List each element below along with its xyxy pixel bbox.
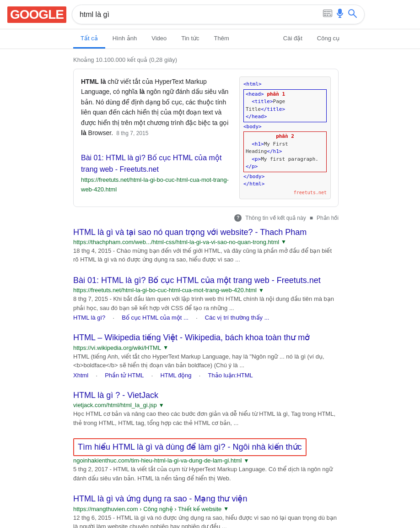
result-url-5: ngoinhakienthuc.com/tim-hieu-html-la-gi-… (73, 457, 242, 464)
mic-icon[interactable] (337, 9, 343, 20)
snippet-date: 8 thg 7, 2015 (115, 130, 148, 136)
svg-rect-11 (329, 13, 330, 14)
search-icons (323, 9, 357, 20)
url-arrow-5: ▼ (243, 457, 249, 464)
tab-video[interactable]: Video (144, 29, 174, 49)
result-url-row-1: https://thachpham.com/web.../html-css/ht… (73, 239, 339, 245)
tab-tools[interactable]: Công cụ (310, 29, 347, 49)
sub-link[interactable]: Thảo luận:HTML (208, 372, 253, 379)
result-item: HTML là gì và ứng dụng ra sao - Mạng thư… (73, 494, 339, 528)
snippet-body: HTML là chữ viết tắt của HyperText Marku… (81, 78, 228, 136)
tab-all[interactable]: Tất cả (73, 29, 105, 49)
url-arrow-6: ▼ (223, 506, 229, 512)
separator: · (151, 372, 153, 379)
url-arrow-1: ▼ (281, 239, 286, 245)
search-bar[interactable] (72, 5, 365, 24)
result-item: HTML là gì ? - VietJack vietjack.com/htm… (73, 390, 339, 427)
result-title-6[interactable]: HTML là gì và ứng dụng ra sao - Mạng thư… (73, 494, 339, 504)
sub-link[interactable]: Các vị trí thường thấy ... (205, 314, 269, 321)
result-title-4[interactable]: HTML là gì ? - VietJack (73, 390, 339, 401)
sub-link[interactable]: Bố cục HTML của một ... (122, 314, 188, 321)
result-url-2: https://freetuts.net/html-la-gi-bo-cuc-h… (73, 287, 257, 294)
result-url-6: https://mangthuvien.com › Công nghệ › Th… (73, 506, 221, 512)
svg-rect-4 (328, 11, 329, 12)
result-title-5[interactable]: Tìm hiểu HTML là gì và dùng để làm gì? -… (73, 438, 307, 456)
nav-tabs: Tất cả Hình ảnh Video Tin tức Thêm Cài đ… (0, 29, 420, 49)
feedback-row: ? Thông tin về kết quả này ■ Phản hồi (73, 212, 339, 227)
svg-rect-13 (327, 15, 328, 16)
snippet-text: HTML là chữ viết tắt của HyperText Marku… (81, 76, 232, 199)
svg-rect-6 (331, 11, 331, 12)
result-url-1: https://thachpham.com/web.../html-css/ht… (73, 239, 279, 245)
result-snippet-1: 18 thg 4, 2015 - Chào mừng bạn đến với t… (73, 246, 339, 264)
keyboard-icon[interactable] (323, 10, 332, 19)
result-url-row-3: https://vi.wikipedia.org/wiki/HTML ▼ (73, 344, 339, 351)
sub-link[interactable]: Xhtml (73, 372, 88, 379)
svg-rect-10 (328, 13, 329, 14)
results-count: Khoảng 10.100.000 kết quả (0,28 giây) (73, 54, 339, 69)
image-watermark: freetuts.net (243, 190, 327, 195)
result-title-3[interactable]: HTML – Wikipedia tiếng Việt - Wikipedia,… (73, 332, 339, 343)
separator: · (96, 372, 97, 379)
result-url-row-2: https://freetuts.net/html-la-gi-bo-cuc-h… (73, 287, 339, 294)
result-item: Bài 01: HTML là gì? Bố cục HTML của một … (73, 275, 339, 321)
url-arrow-2: ▼ (258, 287, 264, 294)
sub-link[interactable]: Phần tử HTML (105, 372, 144, 379)
svg-point-18 (349, 10, 354, 15)
result-item: Tìm hiểu HTML là gì và dùng để làm gì? -… (73, 438, 339, 483)
svg-line-19 (354, 15, 356, 17)
google-logo: GOOGLE (7, 6, 66, 23)
result-snippet-4: Học HTML cơ bản và nâng cao theo các bướ… (73, 409, 339, 427)
result-url-3: https://vi.wikipedia.org/wiki/HTML (73, 344, 161, 351)
tab-settings[interactable]: Cài đặt (276, 29, 310, 49)
tab-more[interactable]: Thêm (207, 29, 237, 49)
result-url-row-6: https://mangthuvien.com › Công nghệ › Th… (73, 506, 339, 512)
snippet-link[interactable]: Bài 01: HTML là gì? Bố cục HTML của một … (81, 152, 232, 175)
separator: · (113, 314, 114, 321)
svg-rect-9 (327, 13, 328, 14)
result-snippet-5: 5 thg 2, 2017 - HTML là viết tắt của cụm… (73, 465, 339, 483)
result-title-2[interactable]: Bài 01: HTML là gì? Bố cục HTML của một … (73, 275, 339, 286)
svg-rect-3 (327, 11, 328, 12)
result-snippet-2: 8 thg 7, 2015 - Khi bắt đầu làm quen với… (73, 294, 339, 312)
result-item: HTML – Wikipedia tiếng Việt - Wikipedia,… (73, 332, 339, 379)
snippet-url: https://freetuts.net/html-la-gi-bo-cuc-h… (81, 175, 232, 195)
header: GOOGLE (0, 0, 420, 29)
result-url-row-4: vietjack.com/html/html_la_gi.jsp ▼ (73, 402, 339, 408)
result-url-row-5: ngoinhakienthuc.com/tim-hieu-html-la-gi-… (73, 457, 339, 464)
svg-rect-12 (324, 15, 326, 16)
result-title-1[interactable]: HTML là gì và tại sao nó quan trọng với … (73, 227, 339, 238)
result-sub-links-3: Xhtml · Phần tử HTML · HTML động · Thảo … (73, 372, 339, 379)
url-arrow-4: ▼ (159, 402, 164, 408)
result-snippet-3: HTML (tiếng Anh, viết tắt cho HyperText … (73, 352, 339, 370)
sub-link[interactable]: HTML là gì? (73, 314, 105, 321)
separator: · (196, 314, 198, 321)
feedback-text: Thông tin về kết quả này (245, 215, 306, 221)
svg-rect-1 (324, 11, 325, 12)
result-sub-links-2: HTML là gì? · Bố cục HTML của một ... · … (73, 314, 339, 321)
svg-rect-8 (325, 13, 326, 14)
tab-images[interactable]: Hình ảnh (105, 29, 145, 49)
svg-rect-5 (329, 11, 330, 12)
result-snippet-6: 12 thg 6, 2015 - HTML là gì và nó được ứ… (73, 513, 339, 528)
svg-rect-14 (329, 15, 331, 16)
svg-rect-15 (338, 9, 342, 14)
separator: · (199, 372, 201, 379)
snippet-image: <html> <head> phần 1 <title>Page Title</… (239, 76, 331, 199)
results-area: Khoảng 10.100.000 kết quả (0,28 giây) HT… (0, 49, 412, 528)
url-arrow-3: ▼ (163, 344, 168, 351)
tab-news[interactable]: Tin tức (174, 29, 206, 49)
info-icon: ? (234, 214, 242, 222)
result-item: HTML là gì và tại sao nó quan trọng với … (73, 227, 339, 264)
sub-link[interactable]: HTML động (160, 372, 191, 379)
result-url-4: vietjack.com/html/html_la_gi.jsp (73, 402, 157, 408)
feedback-reply[interactable]: Phản hồi (317, 215, 339, 221)
feedback-separator: ■ (310, 215, 313, 221)
featured-snippet: HTML là chữ viết tắt của HyperText Marku… (73, 69, 339, 207)
search-submit-icon[interactable] (348, 9, 357, 20)
search-input[interactable] (80, 11, 323, 19)
svg-rect-2 (325, 11, 326, 12)
svg-rect-7 (324, 13, 325, 14)
